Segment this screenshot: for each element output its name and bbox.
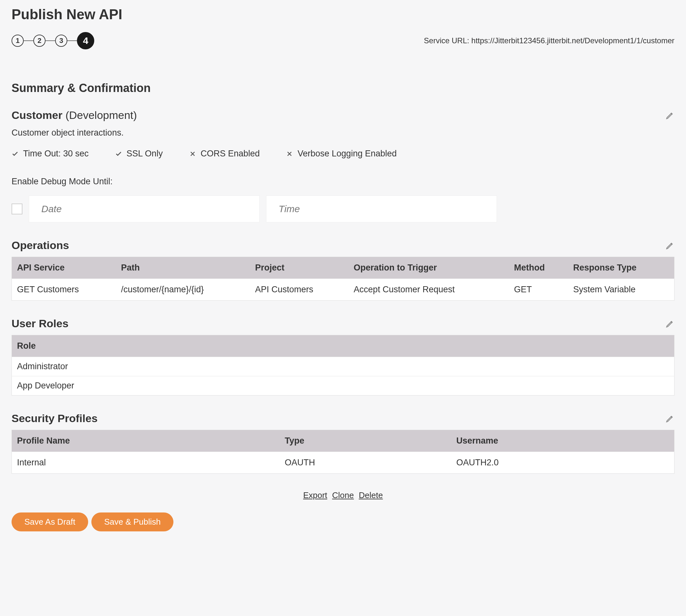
cell: GET Customers xyxy=(12,279,116,301)
setting-label: CORS Enabled xyxy=(201,149,260,159)
col-response: Response Type xyxy=(568,257,674,279)
pencil-icon[interactable] xyxy=(665,241,674,250)
step-1[interactable]: 1 xyxy=(12,35,24,47)
col-path: Path xyxy=(116,257,250,279)
check-icon xyxy=(12,150,19,157)
cell: API Customers xyxy=(250,279,349,301)
setting-timeout: Time Out: 30 sec xyxy=(12,149,89,159)
setting-label: Verbose Logging Enabled xyxy=(298,149,396,159)
pencil-icon[interactable] xyxy=(665,414,674,423)
col-operation: Operation to Trigger xyxy=(348,257,509,279)
cell: App Developer xyxy=(12,376,674,396)
check-icon xyxy=(115,150,122,157)
step-3[interactable]: 3 xyxy=(55,35,67,47)
setting-label: Time Out: 30 sec xyxy=(23,149,89,159)
service-url-value: https://Jitterbit123456.jitterbit.net/De… xyxy=(471,36,674,45)
api-environment: (Development) xyxy=(65,109,137,121)
step-line xyxy=(67,40,77,41)
setting-label: SSL Only xyxy=(127,149,163,159)
clone-link[interactable]: Clone xyxy=(332,490,354,500)
cell: /customer/{name}/{id} xyxy=(116,279,250,301)
save-draft-button[interactable]: Save As Draft xyxy=(12,512,88,531)
cell: Accept Customer Request xyxy=(348,279,509,301)
debug-label: Enable Debug Mode Until: xyxy=(12,177,674,186)
operations-table: API Service Path Project Operation to Tr… xyxy=(12,257,674,301)
step-4[interactable]: 4 xyxy=(77,32,94,49)
cell: Administrator xyxy=(12,357,674,376)
pencil-icon[interactable] xyxy=(665,111,674,120)
pencil-icon[interactable] xyxy=(665,319,674,328)
service-url: Service URL: https://Jitterbit123456.jit… xyxy=(424,36,674,45)
col-method: Method xyxy=(509,257,568,279)
footer-links: Export Clone Delete xyxy=(12,490,674,500)
stepper: 1 2 3 4 xyxy=(12,32,94,49)
security-table: Profile Name Type Username Internal OAUT… xyxy=(12,430,674,474)
setting-ssl: SSL Only xyxy=(115,149,163,159)
cell: Internal xyxy=(12,452,280,474)
delete-link[interactable]: Delete xyxy=(359,490,383,500)
cell: System Variable xyxy=(568,279,674,301)
col-api-service: API Service xyxy=(12,257,116,279)
step-line xyxy=(45,40,55,41)
table-row: GET Customers /customer/{name}/{id} API … xyxy=(12,279,674,301)
security-heading: Security Profiles xyxy=(12,412,98,425)
save-publish-button[interactable]: Save & Publish xyxy=(91,512,173,531)
step-2[interactable]: 2 xyxy=(33,35,45,47)
debug-checkbox[interactable] xyxy=(12,203,22,214)
setting-cors: CORS Enabled xyxy=(189,149,260,159)
table-row: Internal OAUTH OAUTH2.0 xyxy=(12,452,674,474)
debug-time-input[interactable] xyxy=(266,196,497,222)
debug-date-input[interactable] xyxy=(29,196,260,222)
col-type: Type xyxy=(280,430,451,452)
api-title: Customer (Development) xyxy=(12,109,137,122)
col-project: Project xyxy=(250,257,349,279)
table-row: App Developer xyxy=(12,376,674,396)
x-icon xyxy=(286,150,293,157)
export-link[interactable]: Export xyxy=(303,490,327,500)
api-name: Customer xyxy=(12,109,63,122)
step-line xyxy=(24,40,33,41)
col-profile: Profile Name xyxy=(12,430,280,452)
x-icon xyxy=(189,150,196,157)
col-role: Role xyxy=(12,335,674,357)
operations-heading: Operations xyxy=(12,239,69,251)
cell: GET xyxy=(509,279,568,301)
cell: OAUTH2.0 xyxy=(451,452,674,474)
api-description: Customer object interactions. xyxy=(12,128,674,138)
summary-heading: Summary & Confirmation xyxy=(12,82,674,95)
cell: OAUTH xyxy=(280,452,451,474)
setting-verbose: Verbose Logging Enabled xyxy=(286,149,396,159)
roles-table: Role Administrator App Developer xyxy=(12,335,674,396)
roles-heading: User Roles xyxy=(12,317,69,330)
service-url-label: Service URL: xyxy=(424,36,471,45)
col-username: Username xyxy=(451,430,674,452)
page-title: Publish New API xyxy=(12,6,674,22)
table-row: Administrator xyxy=(12,357,674,376)
